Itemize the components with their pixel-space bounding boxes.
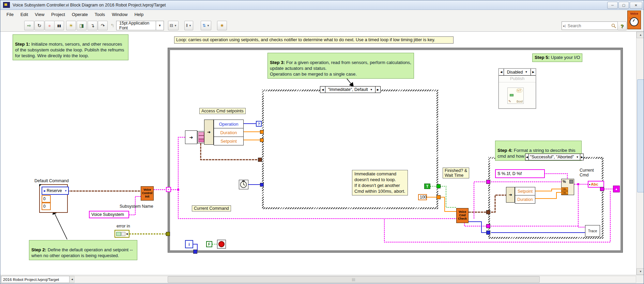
vertical-scrollbar[interactable]: ▲ ▼ xyxy=(636,32,644,275)
case2-selector-label[interactable]: ◀ "Successful", "Aborted" ▼ ▶ xyxy=(525,154,584,160)
trace-subvi[interactable]: Trace xyxy=(585,225,600,237)
run-continuous-button[interactable]: ↻ xyxy=(34,21,44,30)
horizontal-scroll-thumb[interactable]: ||| xyxy=(168,276,540,283)
highlight-execution-button[interactable]: ☀ xyxy=(66,21,76,30)
case2-tunnel-blue[interactable] xyxy=(486,231,490,235)
loop-tunnel-iteration[interactable] xyxy=(193,250,197,254)
wait-100-constant[interactable]: 100 xyxy=(418,194,427,200)
case1-tunnel-cmd[interactable] xyxy=(258,158,262,162)
case2-dropdown-icon[interactable]: ▼ xyxy=(576,156,579,159)
send-notification-icon[interactable]: ▲ xyxy=(613,186,620,192)
voice-control-init-vi[interactable]: Voice Control Init xyxy=(141,186,154,201)
index-array-node[interactable]: ➔ xyxy=(185,130,197,144)
menu-edit[interactable]: Edit xyxy=(17,11,31,18)
case1-selector-label[interactable]: ◀ "Immeditate", Default ▼ ▶ xyxy=(320,86,381,93)
error-in-cluster-constant[interactable]: ▶ xyxy=(114,230,129,238)
case2-tunnel-out[interactable] xyxy=(600,187,604,191)
unbundle2-row-duration[interactable]: Duration xyxy=(515,195,535,204)
disabled-next-icon[interactable]: ▶ xyxy=(531,69,536,75)
case2-next-icon[interactable]: ▶ xyxy=(580,154,583,160)
case1-tunnel-waittime[interactable] xyxy=(436,195,441,199)
maximize-button[interactable]: ▢ xyxy=(618,2,629,9)
default-command-cluster[interactable]: ◉ Reserve ▼ 0 0 xyxy=(39,184,68,213)
menu-help[interactable]: Help xyxy=(131,11,147,18)
vi-icon[interactable]: Voice ↘ xyxy=(627,11,641,29)
scroll-down-icon[interactable]: ▼ xyxy=(637,268,644,275)
menu-project[interactable]: Project xyxy=(48,11,68,18)
unbundle1-row-duration[interactable]: Duration xyxy=(214,128,244,137)
operation-enum-constant[interactable]: ◉ Reserve ▼ xyxy=(42,187,69,195)
case1-tunnel-finished[interactable] xyxy=(436,184,441,188)
unbundle1-row-setpoint[interactable]: Setpoint xyxy=(214,137,244,145)
loop-tunnel-notifier[interactable]: ▼ xyxy=(166,187,171,192)
pause-button[interactable]: ▮▮ xyxy=(54,21,64,30)
retain-wire-values-button[interactable]: ◨ xyxy=(77,21,87,30)
case2-tunnel-cmd[interactable] xyxy=(486,210,490,214)
unbundle-cluster-icon[interactable] xyxy=(197,131,205,143)
menu-operate[interactable]: Operate xyxy=(68,11,91,18)
unbundle2-row-setpoint[interactable]: Setpoint xyxy=(515,187,535,195)
case1-tunnel-wait[interactable] xyxy=(260,183,264,187)
distribute-objects-button[interactable]: ‖▼ xyxy=(184,21,193,30)
help-button[interactable]: ? xyxy=(617,21,627,30)
abort-button[interactable]: ● xyxy=(45,21,55,30)
case2-tunnel-notifier[interactable] xyxy=(486,224,490,228)
case1-selector-tunnel[interactable]: ? xyxy=(256,121,262,127)
scroll-up-icon[interactable]: ▲ xyxy=(637,32,644,38)
minimize-button[interactable]: ─ xyxy=(607,2,618,9)
nt-publish-bool-icon[interactable]: NT ✎ Bool xyxy=(507,88,524,104)
case2-prev-icon[interactable]: ◀ xyxy=(525,154,528,160)
align-objects-button[interactable]: ⊟▼ xyxy=(168,21,179,30)
cleanup-diagram-button[interactable]: ✷ xyxy=(217,21,227,30)
menu-file[interactable]: File xyxy=(3,11,17,18)
disabled-dropdown-icon[interactable]: ▼ xyxy=(525,70,527,74)
run-button[interactable]: ⇨ xyxy=(24,21,34,30)
loop-condition-terminal[interactable] xyxy=(217,240,226,249)
false-constant[interactable]: F xyxy=(206,241,212,247)
wait-ms-clock-icon[interactable] xyxy=(239,180,248,189)
enum-dropdown-icon[interactable]: ▼ xyxy=(64,189,67,192)
voice-cmd-check-vi[interactable]: Voice Cmd Check xyxy=(456,208,469,223)
case-structure-operation[interactable] xyxy=(262,90,438,209)
format-into-string-node[interactable]: % DBL DBL xyxy=(561,179,574,195)
menu-tools[interactable]: Tools xyxy=(91,11,108,18)
case1-next-icon[interactable]: ▶ xyxy=(375,86,380,93)
unbundle1-rows[interactable]: Operation Duration Setpoint xyxy=(214,120,244,145)
setpoint-numeric-constant[interactable]: 0 xyxy=(42,195,51,203)
true-constant[interactable]: T xyxy=(424,184,430,189)
step-over-button[interactable]: ↷ xyxy=(98,21,108,30)
format-string-constant[interactable]: S %.1f, D %f xyxy=(495,169,545,178)
diagram-disable-structure[interactable]: ◀ Disabled ▼ ▶ Publish NT ✎ Bool xyxy=(499,68,536,109)
vertical-scroll-thumb[interactable] xyxy=(637,79,644,192)
iteration-terminal[interactable]: i xyxy=(185,240,193,248)
reorder-objects-button[interactable]: ⇅▼ xyxy=(201,21,211,30)
unbundle2-rows[interactable]: Setpoint Duration xyxy=(515,187,535,204)
resize-handle[interactable] xyxy=(39,184,42,187)
case1-tunnel-setpoint[interactable] xyxy=(260,138,264,142)
search-options-icon[interactable]: ▸| xyxy=(563,24,566,28)
search-input[interactable] xyxy=(567,23,611,29)
case1-tunnel-duration[interactable] xyxy=(260,130,264,134)
step-into-button[interactable]: ↴ xyxy=(88,21,97,30)
close-button[interactable]: ✕ xyxy=(630,2,642,9)
menu-window[interactable]: Window xyxy=(108,11,131,18)
menu-view[interactable]: View xyxy=(31,11,48,18)
current-cmd-indicator[interactable]: ▸ Abc xyxy=(588,181,604,188)
status-project-path[interactable]: 2016 Robot Project.lvproj/Target xyxy=(1,276,72,283)
case2-tunnel-string-in[interactable] xyxy=(486,180,490,184)
step-out-button[interactable]: ↰ xyxy=(107,21,117,30)
unbundle1-connector[interactable]: ➔ xyxy=(204,120,214,145)
unbundle2-connector[interactable]: ➔ xyxy=(506,187,515,203)
case1-prev-icon[interactable]: ◀ xyxy=(320,86,325,93)
loop-tunnel-error[interactable] xyxy=(166,232,170,236)
duration-numeric-constant[interactable]: 0 xyxy=(42,203,51,210)
font-selector[interactable]: 15pt Application Font ▼ xyxy=(116,21,164,30)
search-box[interactable]: ▸| xyxy=(562,21,618,30)
case1-dropdown-icon[interactable]: ▼ xyxy=(370,88,373,91)
subsystem-name-string-constant[interactable]: Voice Subsystem xyxy=(89,211,129,218)
disabled-selector-text: Disabled xyxy=(507,70,523,75)
unbundle1-row-operation[interactable]: Operation xyxy=(214,120,244,128)
font-dropdown-icon[interactable]: ▼ xyxy=(156,21,164,30)
disabled-prev-icon[interactable]: ◀ xyxy=(499,69,504,75)
horizontal-scrollbar[interactable]: ||| xyxy=(74,276,636,283)
